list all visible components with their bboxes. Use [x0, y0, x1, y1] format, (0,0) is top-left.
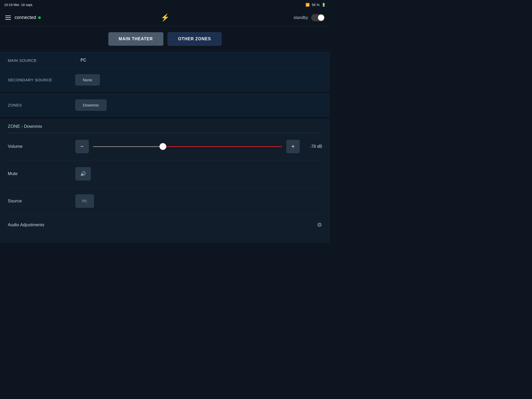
source-label: Source: [8, 198, 75, 204]
volume-slider-container[interactable]: [93, 140, 282, 153]
source-section: MAIN SOURCE PC SECONDARY SOURCE None: [0, 52, 330, 91]
mute-button[interactable]: 🔊: [75, 167, 91, 181]
gear-icon[interactable]: ⚙: [317, 222, 322, 228]
header-left: connected: [5, 15, 41, 20]
speaker-icon: 🔊: [80, 171, 86, 177]
status-icons: 📶 56 % 🔋: [305, 3, 326, 7]
volume-track: [93, 146, 282, 147]
battery-icon: 56 %: [312, 3, 320, 7]
mute-row: Mute 🔊: [8, 160, 322, 188]
volume-db-display: -78 dB: [304, 144, 322, 149]
tab-main-theater[interactable]: MAIN THEATER: [108, 32, 163, 46]
standby-label: standby: [294, 15, 308, 20]
header-right: standby: [294, 14, 325, 21]
hamburger-line-1: [5, 16, 11, 16]
audio-adj-label: Audio Adjustments: [8, 222, 44, 228]
volume-row: Volume − + -78 dB: [8, 133, 322, 160]
source-row: Source PC: [8, 188, 322, 215]
bolt-icon: ⚡: [161, 14, 170, 22]
source-button[interactable]: PC: [75, 194, 94, 208]
mute-label: Mute: [8, 171, 75, 176]
secondary-source-button[interactable]: None: [75, 74, 100, 85]
volume-fill-right: [163, 146, 282, 147]
header-center: ⚡: [161, 13, 170, 22]
volume-thumb[interactable]: [159, 143, 166, 150]
main-source-label: MAIN SOURCE: [8, 58, 75, 63]
zone-detail-title: ZONE - Downmix: [8, 124, 322, 133]
wifi-icon: 📶: [305, 3, 310, 7]
hamburger-line-3: [5, 19, 11, 20]
status-time: 10:19 Mer. 18 sept.: [4, 3, 33, 7]
volume-controls: − + -78 dB: [75, 140, 322, 153]
hamburger-menu[interactable]: [5, 16, 11, 20]
zones-label: ZONES: [8, 103, 75, 107]
main-source-row: MAIN SOURCE PC: [8, 52, 322, 69]
secondary-source-label: SECONDARY SOURCE: [8, 78, 75, 82]
connected-text: connected: [15, 15, 36, 20]
zones-button[interactable]: Downmix: [75, 99, 107, 111]
standby-toggle[interactable]: [311, 14, 325, 21]
connected-dot: [38, 16, 41, 19]
tab-other-zones[interactable]: OTHER ZONES: [168, 32, 222, 46]
connection-status: connected: [15, 15, 41, 20]
audio-adj-row: Audio Adjustments ⚙: [8, 215, 322, 235]
main-source-value: PC: [81, 58, 86, 63]
volume-fill-left: [93, 146, 163, 147]
zones-section: ZONES Downmix: [0, 94, 330, 117]
zone-tabs: MAIN THEATER OTHER ZONES: [0, 26, 330, 52]
volume-increase-button[interactable]: +: [286, 140, 300, 153]
status-bar: 10:19 Mer. 18 sept. 📶 56 % 🔋: [0, 0, 330, 9]
volume-decrease-button[interactable]: −: [75, 140, 89, 153]
zone-detail-panel: ZONE - Downmix Volume − + -78 dB Mute 🔊 …: [0, 119, 330, 243]
hamburger-line-2: [5, 17, 11, 18]
battery-bar-icon: 🔋: [322, 3, 326, 7]
volume-label: Volume: [8, 144, 75, 149]
zones-row: ZONES Downmix: [8, 94, 322, 116]
secondary-source-row: SECONDARY SOURCE None: [8, 69, 322, 91]
header-bar: connected ⚡ standby: [0, 9, 330, 26]
